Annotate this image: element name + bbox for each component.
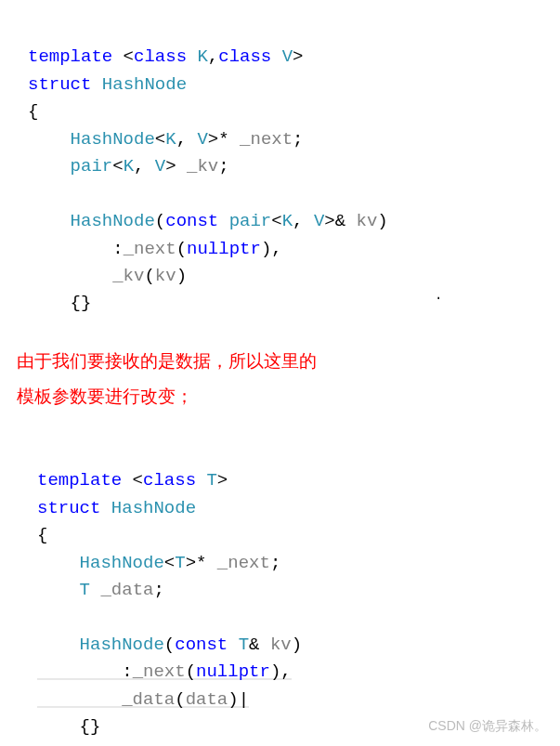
type-t: T: [206, 470, 216, 491]
annotation-comment: 由于我们要接收的是数据，所以这里的 模板参数要进行改变；: [17, 344, 560, 414]
semicolon: ;: [293, 129, 303, 150]
arg-data: data: [186, 689, 228, 710]
paren-close: ): [377, 211, 387, 231]
init-next: _next: [133, 661, 186, 682]
dot-mark: .: [435, 288, 442, 303]
var-next: _next: [240, 129, 293, 150]
type-t: T: [175, 553, 185, 573]
code-block-1: template <class K,class V> struct HashNo…: [28, 17, 560, 318]
space: [100, 498, 111, 518]
angle-open: <: [122, 470, 143, 491]
angle-open: <: [164, 553, 175, 573]
empty-body: {}: [28, 293, 91, 313]
brace-open: {: [37, 525, 47, 545]
type-t: T: [80, 580, 90, 600]
angle-close: >&: [324, 211, 356, 231]
keyword-nullptr: nullptr: [196, 661, 270, 682]
constructor: HashNode: [71, 211, 155, 231]
comma: ,: [208, 46, 218, 67]
paren-open: (: [176, 239, 187, 259]
space: [228, 635, 238, 655]
keyword-class: class: [143, 470, 196, 491]
angle-close: >: [165, 156, 187, 177]
semicolon: ;: [153, 580, 163, 600]
indent: :: [28, 239, 124, 259]
type-v: V: [282, 46, 293, 67]
indent: [37, 689, 122, 710]
comma: ,: [293, 211, 314, 231]
keyword-struct: struct: [28, 74, 91, 95]
paren-close: ),: [261, 239, 282, 259]
paren-close: ),: [270, 661, 292, 682]
indent: :: [37, 661, 133, 682]
space: [90, 580, 100, 600]
angle-close: >: [293, 46, 303, 67]
angle-open: <: [271, 211, 281, 231]
param-kv: kv: [357, 211, 378, 231]
space: [196, 470, 206, 491]
keyword-struct: struct: [37, 498, 100, 518]
init-data: _data: [122, 689, 175, 710]
text-cursor: |: [239, 689, 249, 710]
arg-kv: kv: [155, 266, 176, 286]
angle-close: >*: [208, 129, 240, 150]
space: [187, 46, 197, 67]
semicolon: ;: [218, 156, 228, 177]
param-kv: kv: [270, 635, 292, 655]
comment-line2: 模板参数要进行改变；: [17, 379, 560, 414]
indent: [28, 129, 71, 150]
code-block-2: template <class T> struct HashNode { Has…: [28, 440, 560, 741]
type-v: V: [314, 211, 324, 231]
keyword-nullptr: nullptr: [187, 239, 261, 259]
space: [91, 74, 101, 95]
indent: [28, 266, 112, 286]
angle-open: <: [155, 129, 165, 150]
paren-open: (: [144, 266, 154, 286]
keyword-template: template: [37, 470, 122, 491]
init-next: _next: [124, 239, 176, 259]
class-pair: pair: [71, 156, 113, 177]
amp: &: [249, 635, 270, 655]
space: [218, 211, 228, 231]
paren-close: ): [176, 266, 187, 286]
brace-open: {: [28, 101, 38, 122]
type-k: K: [165, 129, 176, 150]
angle-close: >: [217, 470, 228, 491]
angle-open: <: [112, 156, 123, 177]
type-v: V: [155, 156, 165, 177]
class-name: HashNode: [111, 498, 196, 518]
class-name: HashNode: [102, 74, 187, 95]
class-name: HashNode: [71, 129, 155, 150]
paren-open: (: [164, 635, 175, 655]
type-k: K: [197, 46, 207, 67]
paren-open: (: [155, 211, 165, 231]
var-next: _next: [217, 553, 270, 573]
keyword-const: const: [165, 211, 218, 231]
keyword-const: const: [175, 635, 228, 655]
class-name: HashNode: [80, 553, 164, 573]
comma: ,: [176, 129, 198, 150]
var-data: _data: [100, 580, 153, 600]
angle-close: >*: [186, 553, 217, 573]
indent: [37, 553, 80, 573]
empty-body: {}: [37, 716, 100, 737]
type-k: K: [124, 156, 134, 177]
type-k: K: [282, 211, 293, 231]
indent: [28, 156, 71, 177]
indent: [37, 635, 80, 655]
semicolon: ;: [270, 553, 280, 573]
comma: ,: [134, 156, 155, 177]
type-v: V: [197, 129, 207, 150]
space: [271, 46, 281, 67]
paren-open: (: [186, 661, 196, 682]
indent: [28, 211, 71, 231]
keyword-class: class: [218, 46, 271, 67]
paren-open: (: [175, 689, 185, 710]
angle-open: <: [112, 46, 134, 67]
indent: [37, 580, 80, 600]
keyword-class: class: [134, 46, 187, 67]
paren-close: ): [292, 635, 302, 655]
constructor: HashNode: [80, 635, 164, 655]
comment-line1: 由于我们要接收的是数据，所以这里的: [17, 344, 560, 379]
paren-close: ): [228, 689, 238, 710]
